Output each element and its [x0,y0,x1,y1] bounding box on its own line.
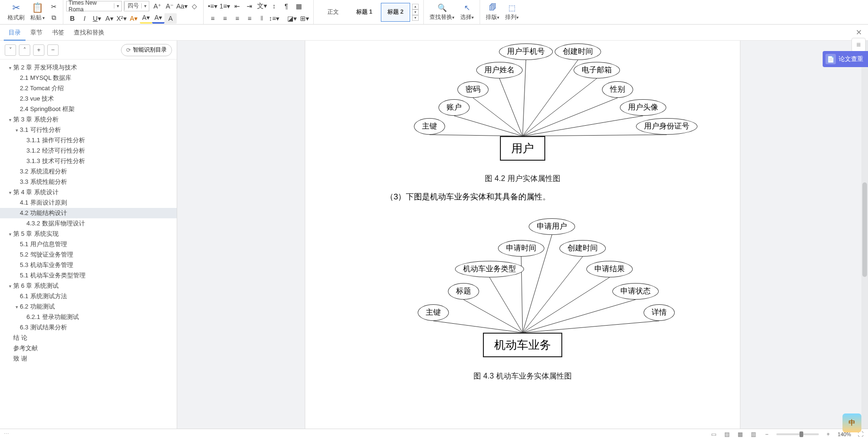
outline-item[interactable]: 5.3 机动车业务管理 [0,260,177,270]
outline-tree[interactable]: ▾第 2 章 开发环境与技术2.1 MYSQL 数据库2.2 Tomcat 介绍… [0,60,177,439]
cut-button[interactable]: ✂ [48,1,60,12]
outline-item[interactable]: 5.2 驾驶证业务管理 [0,250,177,260]
nav-tab-1[interactable]: 章节 [26,25,47,40]
line-spacing-button[interactable]: ↕≡▾ [268,13,280,24]
outline-item[interactable]: 6.2.1 登录功能测试 [0,312,177,322]
document-viewport[interactable]: 用户 主键账户密码用户姓名用户手机号创建时间电子邮箱性别用户头像用户身份证号 图… [177,41,868,439]
outline-item[interactable]: ▾6.2 功能测试 [0,301,177,312]
nav-close-button[interactable]: ✕ [853,27,864,38]
outline-item[interactable]: 参考文献 [0,343,177,353]
borders-button[interactable]: ⊞▾ [298,13,310,24]
style-gallery-down[interactable]: ▾ [412,9,419,15]
font-name-dropdown[interactable]: ▾ [114,3,121,9]
outline-add-button[interactable]: + [33,44,44,56]
zoom-slider[interactable] [776,433,819,435]
underline-button[interactable]: U▾ [91,13,103,24]
distribute-button[interactable]: ⫴ [256,13,268,24]
outline-item[interactable]: 5.1 机动车业务类型管理 [0,270,177,281]
outline-caret[interactable]: ▾ [7,232,13,237]
highlight-button[interactable]: A▾ [140,13,152,24]
style-normal[interactable]: 正文 [318,3,348,22]
outline-remove-button[interactable]: − [47,44,59,56]
outline-item[interactable]: ▾第 6 章 系统测试 [0,281,177,291]
clear-format-button[interactable]: ◇ [188,1,200,11]
arrange-button[interactable]: ⬚ 排列▾ [502,2,522,22]
sort-button[interactable]: ↕ [268,1,280,11]
outline-caret[interactable]: ▾ [7,190,13,195]
shading-button[interactable]: ◪▾ [286,13,298,24]
paste-button[interactable]: 📋 粘贴▾ [27,1,48,23]
strike-button[interactable]: A̵▾ [103,13,115,24]
align-center-button[interactable]: ≡ [219,13,231,24]
font-color-button[interactable]: A▾ [152,13,164,24]
nav-tab-3[interactable]: 查找和替换 [69,25,109,40]
style-heading2[interactable]: 标题 2 [381,3,410,22]
style-heading1[interactable]: 标题 1 [350,3,379,22]
outline-item[interactable]: 3.1.2 经济可行性分析 [0,146,177,156]
vertical-scrollbar[interactable] [861,41,868,439]
indent-inc-button[interactable]: ⇥ [243,1,256,11]
align-justify-button[interactable]: ≡ [243,13,256,24]
outline-item[interactable]: 6.1 系统测试方法 [0,291,177,301]
outline-caret[interactable]: ▾ [13,304,20,310]
view-mode-read[interactable]: ▭ [710,430,718,438]
outline-caret[interactable]: ▾ [7,284,13,289]
superscript-button[interactable]: X²▾ [115,13,128,24]
outline-item[interactable]: 5.1 用户信息管理 [0,239,177,250]
change-case-button[interactable]: Aa▾ [176,1,188,11]
find-replace-button[interactable]: 🔍 查找替换▾ [427,2,457,22]
style-gallery-up[interactable]: ▴ [412,4,419,9]
outline-item[interactable]: 3.2 系统流程分析 [0,166,177,177]
outline-item[interactable]: 2.2 Tomcat 介绍 [0,83,177,94]
outline-item[interactable]: 2.4 SpringBoot 框架 [0,104,177,114]
text-direction-button[interactable]: 文▾ [256,1,268,11]
outline-item[interactable]: 3.1.3 技术可行性分析 [0,156,177,166]
outline-item[interactable]: ▾第 3 章 系统分析 [0,114,177,125]
indent-dec-button[interactable]: ⇤ [231,1,243,11]
shrink-font-button[interactable]: A⁻ [163,1,176,11]
outline-item[interactable]: ▾第 2 章 开发环境与技术 [0,62,177,73]
font-size-dropdown[interactable]: ▾ [141,3,149,9]
smart-recognize-toc-button[interactable]: 智能识别目录 [121,44,172,56]
outline-item[interactable]: 致 谢 [0,353,177,364]
font-size-input[interactable]: 四号 [124,2,141,10]
zoom-out-button[interactable]: − [763,430,771,438]
show-marks-button[interactable]: ¶ [280,1,292,11]
bullets-button[interactable]: •≡▾ [206,1,219,11]
outline-item[interactable]: 2.3 vue 技术 [0,94,177,104]
outline-item[interactable]: ▾3.1 可行性分析 [0,125,177,135]
select-button[interactable]: ↖ 选择▾ [457,2,477,22]
nav-tab-0[interactable]: 目录 [4,25,26,41]
format-painter-button[interactable]: ✂ 格式刷 [5,1,27,23]
text-effect-button[interactable]: A▾ [128,13,140,24]
outline-caret[interactable]: ▾ [13,128,20,133]
plagiarism-check-button[interactable]: 📄 论文查重 [823,51,868,67]
outline-item[interactable]: 6.3 测试结果分析 [0,322,177,333]
right-rail-toggle[interactable]: ≡ [851,38,866,52]
bold-button[interactable]: B [66,13,78,24]
nav-tab-2[interactable]: 书签 [47,25,69,40]
grow-font-button[interactable]: A⁺ [151,1,163,11]
outline-caret[interactable]: ▾ [7,65,13,70]
outline-item[interactable]: 2.1 MYSQL 数据库 [0,73,177,83]
ime-indicator[interactable]: 中 [842,413,861,432]
view-mode-outline[interactable]: ▥ [750,430,757,438]
align-left-button[interactable]: ≡ [206,13,219,24]
outline-item[interactable]: ▾第 5 章 系统实现 [0,229,177,239]
outline-item[interactable]: 4.1 界面设计原则 [0,198,177,208]
copy-button[interactable]: ⧉ [48,13,60,23]
outline-item[interactable]: 结 论 [0,333,177,343]
outline-item[interactable]: 3.3 系统性能分析 [0,177,177,187]
font-name-input[interactable]: Times New Roma [67,0,114,13]
style-gallery-more[interactable]: ▾ [412,15,419,21]
view-mode-print[interactable]: ▤ [723,430,731,438]
numbering-button[interactable]: 1≡▾ [219,1,231,11]
italic-button[interactable]: I [78,13,91,24]
outline-collapse-button[interactable]: ˅ [5,44,16,56]
typeset-button[interactable]: 🗐 排版▾ [483,2,502,22]
outline-item[interactable]: 4.2 功能结构设计 [0,208,177,218]
zoom-in-button[interactable]: + [825,430,832,438]
phonetic-button[interactable]: A [164,13,177,24]
outline-expand-button[interactable]: ˄ [19,44,30,56]
outline-item[interactable]: 3.1.1 操作可行性分析 [0,135,177,146]
